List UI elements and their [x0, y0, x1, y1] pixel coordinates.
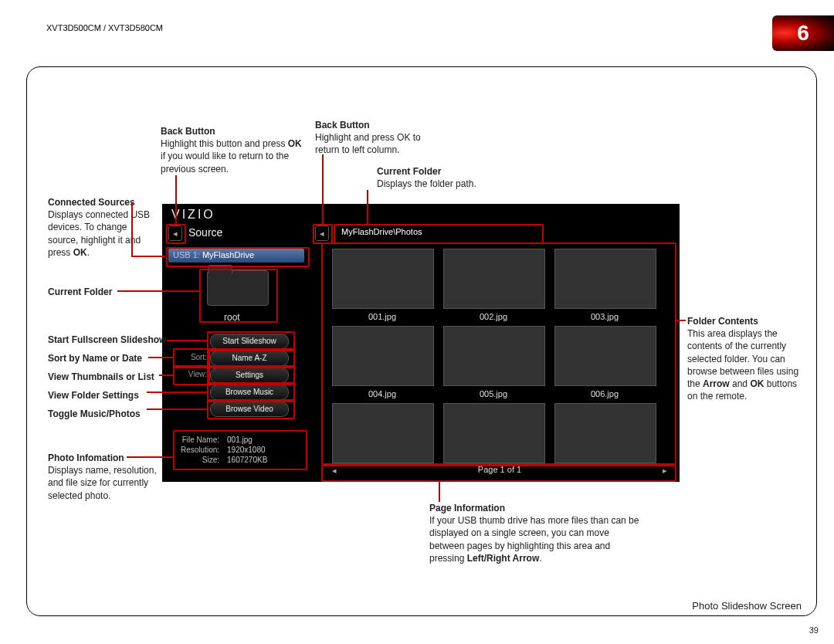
- leader-line: [147, 408, 207, 410]
- ann-text: OK: [73, 247, 87, 258]
- ann-title: Folder Contents: [687, 316, 758, 327]
- tv-screenshot: VIZIO ◂ Source USB 1: MyFlashDrive root …: [162, 204, 680, 482]
- source-prefix: USB 1:: [173, 250, 200, 259]
- info-file-key: File Name:: [178, 436, 222, 444]
- source-row[interactable]: USB 1: MyFlashDrive: [168, 249, 304, 263]
- ann-title: Sort by Name or Date: [48, 353, 142, 364]
- chapter-tab: 6: [772, 15, 834, 51]
- ann-text: OK: [750, 378, 764, 389]
- ann-title: Start Fullscreen Slideshow: [48, 334, 166, 345]
- ann-photo-info: Photo Infomation Displays name, resoluti…: [48, 452, 164, 502]
- ann-title: Current Folder: [377, 166, 441, 177]
- ann-text: Highlight and press OK to return to left…: [315, 132, 421, 155]
- leader-line: [367, 190, 368, 224]
- ann-text: Arrow: [703, 378, 730, 389]
- thumb[interactable]: 001.jpg: [332, 249, 432, 321]
- pager-left-icon[interactable]: ◂: [332, 466, 337, 476]
- leader-line: [175, 175, 177, 225]
- leader-line: [131, 202, 133, 256]
- leader-line: [322, 154, 324, 224]
- ann-text: Displays the folder path.: [377, 178, 476, 189]
- ann-connected-sources: Connected Sources Displays connected USB…: [48, 196, 158, 259]
- ann-back-right: Back Button Highlight and press OK to re…: [315, 119, 446, 157]
- source-name: MyFlashDrive: [202, 250, 254, 259]
- figure-caption: Photo Slideshow Screen: [692, 600, 802, 612]
- folder-contents-grid[interactable]: 001.jpg 002.jpg 003.jpg 004.jpg 005.jpg …: [324, 244, 675, 463]
- source-label: Source: [188, 226, 222, 239]
- ann-folder-contents: Folder Contents This area displays the c…: [687, 315, 808, 402]
- thumb[interactable]: 006.jpg: [554, 326, 655, 398]
- ann-text: Displays name, resolution, and file size…: [48, 465, 157, 500]
- ann-text: and: [730, 378, 751, 389]
- pager[interactable]: ◂ Page 1 of 1 ▸: [324, 465, 675, 479]
- thumb-caption: 006.jpg: [554, 389, 655, 398]
- leader-line: [159, 375, 173, 376]
- leader-line: [127, 456, 173, 458]
- view-button[interactable]: Settings: [210, 368, 289, 383]
- thumb[interactable]: 009.jpg: [554, 403, 655, 463]
- leader-line: [131, 256, 165, 257]
- thumb[interactable]: 003.jpg: [554, 249, 655, 321]
- browse-video-button[interactable]: Browse Video: [210, 402, 289, 417]
- pager-text: Page 1 of 1: [478, 465, 521, 474]
- ann-text: if you would like to return to the previ…: [161, 151, 289, 174]
- thumb[interactable]: 005.jpg: [443, 326, 544, 398]
- info-size-val: 1607270KB: [224, 456, 270, 464]
- sort-button[interactable]: Name A-Z: [210, 351, 289, 366]
- view-key: View:: [176, 370, 207, 378]
- thumb-caption: 005.jpg: [443, 389, 544, 398]
- ann-text: Highlight this button and press: [161, 138, 288, 149]
- ann-title: Photo Infomation: [48, 452, 124, 463]
- ann-text: OK: [288, 138, 302, 149]
- info-file-val: 001.jpg: [224, 436, 270, 444]
- ann-text: .: [87, 247, 90, 258]
- ann-title: Back Button: [161, 126, 215, 137]
- leader-line: [147, 391, 207, 393]
- ann-title: View Folder Settings: [48, 390, 139, 401]
- thumb[interactable]: 007.jpg: [332, 403, 432, 463]
- thumb[interactable]: 008.jpg: [443, 403, 544, 463]
- folder-path: MyFlashDrive\Photos: [337, 225, 547, 241]
- ann-title: View Thumbnails or List: [48, 371, 154, 382]
- thumb-caption: 004.jpg: [332, 389, 432, 398]
- brand-logo: VIZIO: [171, 208, 215, 222]
- pane-back-button[interactable]: ◂: [315, 225, 329, 241]
- model-header: XVT3D500CM / XVT3D580CM: [46, 23, 163, 32]
- ann-title: Back Button: [315, 120, 370, 130]
- root-folder-icon[interactable]: [207, 270, 267, 314]
- page-number: 39: [809, 625, 819, 635]
- info-res-key: Resolution:: [178, 446, 222, 454]
- browse-music-button[interactable]: Browse Music: [210, 385, 289, 400]
- info-size-key: Size:: [178, 456, 222, 464]
- ann-current-folder-top: Current Folder Displays the folder path.: [377, 165, 531, 190]
- ann-page-info: Page Information If your USB thumb drive…: [429, 502, 646, 564]
- thumb-caption: 002.jpg: [443, 312, 544, 321]
- thumb[interactable]: 004.jpg: [332, 326, 432, 398]
- info-res-val: 1920x1080: [224, 446, 270, 454]
- ann-start-slideshow: Start Fullscreen Slideshow: [48, 334, 179, 346]
- leader-line: [439, 480, 440, 502]
- leader-line: [148, 357, 173, 358]
- ann-current-folder-left: Current Folder: [48, 286, 158, 298]
- leader-line: [675, 320, 686, 321]
- thumb-caption: 001.jpg: [332, 312, 432, 321]
- ann-view: View Thumbnails or List: [48, 371, 179, 383]
- ann-back-left: Back Button Highlight this button and pr…: [161, 125, 306, 175]
- ann-title: Toggle Music/Photos: [48, 408, 141, 419]
- start-slideshow-button[interactable]: Start Slideshow: [210, 334, 289, 349]
- ann-text: .: [539, 553, 541, 564]
- photo-info-block: File Name: 001.jpg Resolution: 1920x1080…: [176, 434, 307, 468]
- root-folder-label: root: [224, 312, 240, 323]
- ann-text: Displays connected USB devices. To chang…: [48, 209, 150, 258]
- left-back-button[interactable]: ◂: [168, 225, 182, 241]
- leader-line: [117, 290, 199, 292]
- thumb-caption: 003.jpg: [554, 312, 655, 321]
- ann-sort: Sort by Name or Date: [48, 352, 179, 364]
- ann-text: Left/Right Arrow: [467, 553, 540, 564]
- pager-right-icon[interactable]: ▸: [663, 466, 667, 476]
- thumb[interactable]: 002.jpg: [443, 249, 544, 321]
- ann-title: Current Folder: [48, 286, 112, 297]
- ann-title: Connected Sources: [48, 197, 135, 208]
- sort-key: Sort:: [176, 353, 207, 361]
- leader-line: [167, 340, 207, 341]
